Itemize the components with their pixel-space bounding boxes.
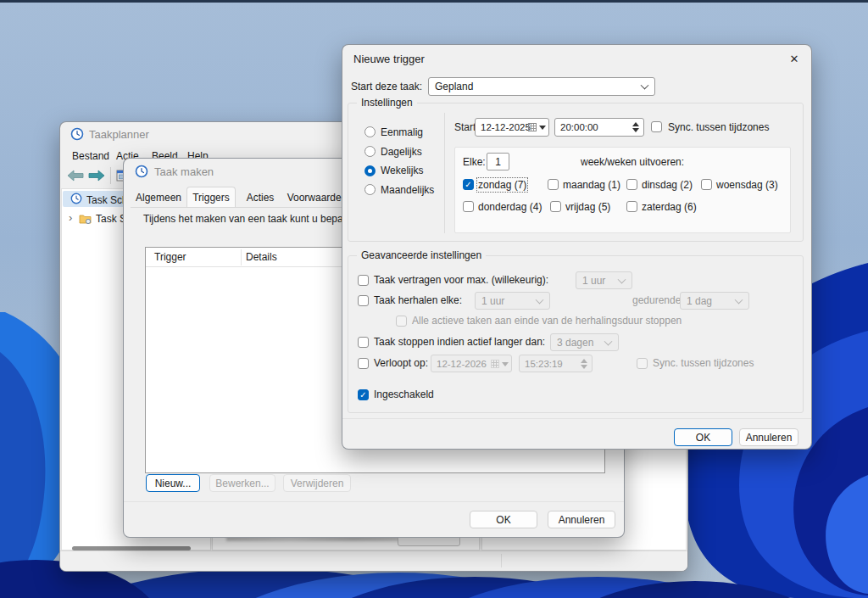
start-task-label: Start deze taak: xyxy=(351,81,422,92)
tab-voorwaarden[interactable]: Voorwaarden xyxy=(283,188,351,206)
dialog-title: Taak maken xyxy=(154,165,214,178)
dropdown-arrow-icon xyxy=(502,362,509,366)
tab-algemeen[interactable]: Algemeen xyxy=(132,188,185,206)
repeat-interval-value: 1 uur xyxy=(481,295,504,307)
duration-select: 1 dag xyxy=(680,292,749,310)
tree-item-task-scheduler-library[interactable]: Task S xyxy=(96,213,126,225)
radio-maandelijks-label[interactable]: Maandelijks xyxy=(381,184,434,196)
footer-separator xyxy=(124,501,624,502)
radio-dagelijks[interactable] xyxy=(364,146,376,157)
day-donderdag-label[interactable]: donderdag (4) xyxy=(478,201,542,213)
cancel-button[interactable]: Annuleren xyxy=(548,511,615,528)
expire-time-value: 15:23:19 xyxy=(525,359,563,369)
every-weeks-value: 1 xyxy=(495,156,501,168)
check-icon: ✓ xyxy=(465,181,471,189)
day-zaterdag-checkbox[interactable] xyxy=(626,201,637,212)
every-label: Elke: xyxy=(463,156,486,168)
sync-timezones-checkbox[interactable] xyxy=(651,121,662,132)
day-zondag-checkbox[interactable]: ✓ xyxy=(463,179,474,190)
day-vrijdag-checkbox[interactable] xyxy=(550,201,561,212)
spinner-arrows-icon[interactable] xyxy=(632,122,639,132)
chevron-down-icon xyxy=(641,81,649,90)
new-trigger-button[interactable]: Nieuw... xyxy=(146,474,200,492)
ok-button[interactable]: OK xyxy=(674,428,732,446)
column-header-trigger[interactable]: Trigger xyxy=(154,251,186,263)
day-donderdag-checkbox[interactable] xyxy=(463,201,474,212)
calendar-icon xyxy=(491,360,499,368)
start-time-spinner[interactable]: 20:00:00 xyxy=(554,118,644,137)
duration-value: 1 dag xyxy=(687,295,712,307)
frequency-divider xyxy=(444,113,445,233)
day-dinsdag-label[interactable]: dinsdag (2) xyxy=(642,179,693,191)
repeat-interval-select: 1 uur xyxy=(475,292,550,310)
chevron-down-icon xyxy=(618,275,626,283)
calendar-icon xyxy=(528,123,537,131)
day-vrijdag-label[interactable]: vrijdag (5) xyxy=(565,201,610,213)
day-woensdag-label[interactable]: woensdag (3) xyxy=(716,179,778,191)
expire-label: Verloopt op: xyxy=(374,357,428,369)
day-woensdag-checkbox[interactable] xyxy=(701,179,712,190)
settings-group-label: Instellingen xyxy=(357,97,417,109)
stop-all-label: Alle actieve taken aan einde van de herh… xyxy=(412,315,682,327)
ok-button[interactable]: OK xyxy=(470,511,537,528)
dialog-title: Nieuwe trigger xyxy=(353,53,425,65)
start-task-select[interactable]: Gepland xyxy=(428,77,655,96)
sync-timezones-label: Sync. tussen tijdzones xyxy=(668,121,769,133)
menu-bestand[interactable]: Bestand xyxy=(69,148,113,165)
expire-date-value: 12-12-2026 xyxy=(437,359,487,369)
every-weeks-input[interactable]: 1 xyxy=(487,153,509,170)
radio-maandelijks[interactable] xyxy=(364,184,376,195)
radio-wekelijks-label[interactable]: Wekelijks xyxy=(381,165,423,176)
expire-checkbox[interactable] xyxy=(358,358,369,369)
start-date-value: 12-12-2025 xyxy=(481,122,531,132)
enabled-checkbox[interactable]: ✓ xyxy=(358,389,369,400)
chevron-down-icon xyxy=(536,295,544,304)
expire-time-spinner: 15:23:19 xyxy=(519,355,593,372)
radio-wekelijks[interactable] xyxy=(364,165,376,176)
column-divider[interactable] xyxy=(241,249,242,265)
triggers-intro-text: Tijdens het maken van een taak kunt u be… xyxy=(143,213,357,225)
day-zaterdag-label[interactable]: zaterdag (6) xyxy=(642,201,697,213)
chevron-down-icon xyxy=(604,337,613,345)
clock-icon xyxy=(70,193,82,208)
start-time-value: 20:00:00 xyxy=(560,122,598,132)
stop-after-select: 3 dagen xyxy=(550,333,619,351)
delay-duration-select: 1 uur xyxy=(576,271,632,289)
radio-eenmalig[interactable] xyxy=(364,126,376,137)
new-trigger-titlebar[interactable]: Nieuwe trigger ✕ xyxy=(342,45,811,70)
close-icon[interactable]: ✕ xyxy=(785,50,804,67)
weeks-suffix-label: week/weken uitvoeren: xyxy=(581,156,684,168)
tab-acties[interactable]: Acties xyxy=(239,188,281,206)
chevron-down-icon xyxy=(735,295,743,304)
cancel-button[interactable]: Annuleren xyxy=(739,428,798,446)
delay-label: Taak vertragen voor max. (willekeurig): xyxy=(374,274,548,286)
advanced-group-label: Geavanceerde instellingen xyxy=(357,249,486,261)
delay-duration-value: 1 uur xyxy=(582,275,605,287)
stop-after-checkbox[interactable] xyxy=(358,337,369,348)
back-arrow-icon[interactable] xyxy=(67,170,84,185)
tree-expander-chevron[interactable]: › xyxy=(69,211,72,224)
radio-dagelijks-label[interactable]: Dagelijks xyxy=(381,146,422,158)
toolbar-separator xyxy=(110,167,111,184)
forward-arrow-icon[interactable] xyxy=(88,170,105,185)
start-date-picker[interactable]: 12-12-2025 xyxy=(475,118,549,137)
day-maandag-label[interactable]: maandag (1) xyxy=(563,179,620,191)
expire-date-picker: 12-12-2026 xyxy=(431,355,512,372)
day-maandag-checkbox[interactable] xyxy=(548,179,559,190)
day-dinsdag-checkbox[interactable] xyxy=(626,179,637,190)
delete-trigger-button: Verwijderen xyxy=(283,474,351,492)
day-zondag-label[interactable]: zondag (7) xyxy=(478,179,526,191)
stop-all-checkbox xyxy=(396,316,407,327)
expire-sync-checkbox xyxy=(637,358,648,369)
column-header-details[interactable]: Details xyxy=(246,251,277,263)
clock-icon xyxy=(70,127,84,144)
stop-after-label: Taak stoppen indien actief langer dan: xyxy=(374,336,545,348)
clock-icon xyxy=(135,165,148,182)
duration-label: gedurende: xyxy=(632,294,684,306)
repeat-checkbox[interactable] xyxy=(358,295,369,306)
radio-eenmalig-label[interactable]: Eenmalig xyxy=(381,126,423,138)
expire-sync-label: Sync. tussen tijdzones xyxy=(653,357,754,369)
tab-triggers[interactable]: Triggers xyxy=(186,187,236,207)
start-task-value: Gepland xyxy=(435,81,473,92)
delay-checkbox[interactable] xyxy=(358,275,369,286)
